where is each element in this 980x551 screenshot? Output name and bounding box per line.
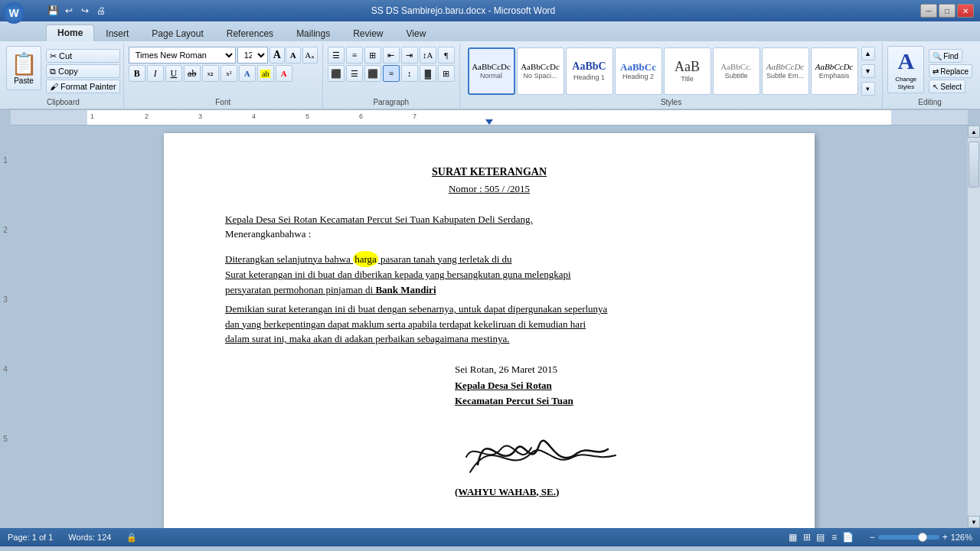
styles-scroll-controls: ▲ ▼ ▾ — [861, 47, 875, 96]
show-hide-button[interactable]: ¶ — [438, 47, 455, 64]
underline-button[interactable]: U — [165, 65, 182, 82]
para-1: Kepala Desa Sei Rotan Kecamatan Percut S… — [225, 212, 753, 227]
print-layout-button[interactable]: ▦ — [787, 531, 799, 543]
document-page[interactable]: SURAT KETERANGAN Nomor : 505 / /2015 Kep… — [164, 133, 815, 528]
font-color-button[interactable]: A — [276, 65, 292, 82]
tab-mailings[interactable]: Mailings — [285, 25, 341, 41]
style-heading2[interactable]: AaBbCc Heading 2 — [615, 47, 662, 95]
zoom-out-button[interactable]: − — [870, 532, 875, 543]
paragraph-group: ☰ ≡ ⊞ ⇤ ⇥ ↕A ¶ ⬛ ☰ ⬛ ≡ ↕ ▓ ⊞ Paragraph — [323, 43, 460, 109]
vertical-scrollbar[interactable]: ▲ ▼ — [968, 126, 980, 528]
zoom-slider[interactable] — [878, 535, 939, 540]
align-right-button[interactable]: ⬛ — [364, 65, 381, 82]
undo-button[interactable]: ↩ — [62, 4, 76, 18]
shrink-font-button[interactable]: A — [286, 47, 301, 64]
decrease-indent-button[interactable]: ⇤ — [383, 47, 400, 64]
text-effects-button[interactable]: A — [239, 65, 256, 82]
scroll-up-button[interactable]: ▲ — [968, 126, 980, 138]
replace-icon: ⇄ — [933, 67, 939, 76]
tab-view[interactable]: View — [395, 25, 438, 41]
styles-scroll-up[interactable]: ▲ — [861, 47, 875, 60]
styles-more[interactable]: ▾ — [861, 82, 875, 96]
ruler: 1 2 3 4 5 6 7 — [0, 110, 980, 126]
align-left-button[interactable]: ⬛ — [328, 65, 345, 82]
shading-button[interactable]: ▓ — [420, 65, 436, 82]
main-area: 1 2 3 4 5 SURAT KETERANGAN Nomor : 505 /… — [0, 126, 980, 528]
close-button[interactable]: ✕ — [957, 4, 974, 18]
minimize-button[interactable]: ─ — [920, 4, 937, 18]
clear-format-button[interactable]: Aₓ — [302, 47, 318, 64]
style-no-spacing[interactable]: AaBbCcDc No Spaci... — [517, 47, 564, 95]
style-heading1[interactable]: AaBbC Heading 1 — [566, 47, 613, 95]
align-center-button[interactable]: ☰ — [346, 65, 363, 82]
multilevel-list-button[interactable]: ⊞ — [364, 47, 381, 64]
full-screen-button[interactable]: ⊞ — [801, 531, 813, 543]
style-normal[interactable]: AaBbCcDc Normal — [468, 47, 515, 95]
scroll-down-button[interactable]: ▼ — [968, 516, 980, 528]
font-size-select[interactable]: 12 — [237, 47, 268, 64]
tab-review[interactable]: Review — [341, 25, 394, 41]
quick-access-toolbar: 💾 ↩ ↪ 🖨 — [46, 4, 108, 18]
styles-group-label: Styles — [661, 97, 681, 107]
italic-button[interactable]: I — [147, 65, 164, 82]
style-subtle-emphasis[interactable]: AaBbCcDc Subtle Em... — [762, 47, 809, 95]
restore-button[interactable]: □ — [939, 4, 956, 18]
titlebar-title: SS DS Sambirejo.baru.docx - Microsoft Wo… — [6, 5, 920, 16]
scroll-thumb[interactable] — [969, 142, 979, 187]
strikethrough-button[interactable]: ab — [184, 65, 201, 82]
styles-scroll-down[interactable]: ▼ — [861, 64, 875, 78]
scroll-track[interactable] — [968, 138, 980, 516]
cut-button[interactable]: ✂ Cut — [46, 49, 120, 63]
grow-font-button[interactable]: A — [270, 47, 285, 64]
print-button[interactable]: 🖨 — [94, 4, 108, 18]
para-8: dalam surat ini, maka akan di adakan per… — [225, 331, 753, 347]
bullets-button[interactable]: ☰ — [328, 47, 345, 64]
change-styles-button[interactable]: A Change Styles — [887, 46, 924, 93]
justify-button[interactable]: ≡ — [383, 65, 400, 82]
tab-page-layout[interactable]: Page Layout — [140, 25, 214, 41]
find-button[interactable]: 🔍 Find — [929, 49, 962, 63]
paintbrush-icon: 🖌 — [50, 82, 58, 91]
web-layout-button[interactable]: ▤ — [815, 531, 827, 543]
text-highlight-button[interactable]: ab — [257, 65, 274, 82]
subscript-button[interactable]: x₂ — [202, 65, 219, 82]
zoom-in-button[interactable]: + — [942, 532, 948, 543]
redo-button[interactable]: ↪ — [78, 4, 92, 18]
line-spacing-button[interactable]: ↕ — [401, 65, 418, 82]
page-info: Page: 1 of 1 — [8, 533, 53, 542]
replace-button[interactable]: ⇄ Replace — [929, 64, 972, 78]
tab-references[interactable]: References — [215, 25, 285, 41]
style-subtitle[interactable]: AaBbCc. Subtitle — [713, 47, 760, 95]
paste-button[interactable]: 📋 Paste — [6, 46, 41, 90]
sort-button[interactable]: ↕A — [420, 47, 436, 64]
ribbon-tabs: Home Insert Page Layout References Maili… — [0, 21, 980, 41]
document-body[interactable]: Kepala Desa Sei Rotan Kecamatan Percut S… — [225, 212, 753, 347]
left-margin-numbers: 1 2 3 4 5 — [0, 126, 11, 528]
ruler-right-corner — [968, 110, 980, 126]
save-button[interactable]: 💾 — [46, 4, 60, 18]
copy-button[interactable]: ⧉ Copy — [46, 64, 120, 78]
para-5: persyaratan permohonan pinjaman di Bank … — [225, 282, 753, 298]
format-painter-button[interactable]: 🖌 Format Painter — [46, 80, 120, 93]
sig-place-date: Sei Rotan, 26 Maret 2015 — [455, 362, 753, 377]
bold-button[interactable]: B — [129, 65, 145, 82]
para-4: Surat keterangan ini di buat dan diberik… — [225, 267, 753, 282]
view-buttons: ▦ ⊞ ▤ ≡ 📄 — [787, 531, 854, 543]
office-button[interactable]: W — [3, 2, 24, 24]
borders-button[interactable]: ⊞ — [438, 65, 455, 82]
font-family-select[interactable]: Times New Roman — [129, 47, 236, 64]
increase-indent-button[interactable]: ⇥ — [401, 47, 418, 64]
signature-section: Sei Rotan, 26 Maret 2015 Kepala Desa Sei… — [455, 362, 753, 500]
tab-insert[interactable]: Insert — [94, 25, 140, 41]
outline-button[interactable]: ≡ — [828, 531, 841, 543]
tab-home[interactable]: Home — [46, 24, 94, 41]
document-title: SURAT KETERANGAN — [225, 164, 753, 180]
select-button[interactable]: ↖ Select — [929, 80, 965, 93]
numbering-button[interactable]: ≡ — [346, 47, 363, 64]
superscript-button[interactable]: x² — [220, 65, 237, 82]
paragraph-group-label: Paragraph — [373, 97, 409, 107]
style-emphasis[interactable]: AaBbCcDc Emphasis — [811, 47, 858, 95]
signature-image — [455, 411, 623, 480]
draft-button[interactable]: 📄 — [842, 531, 854, 543]
style-title[interactable]: AaB Title — [664, 47, 711, 95]
